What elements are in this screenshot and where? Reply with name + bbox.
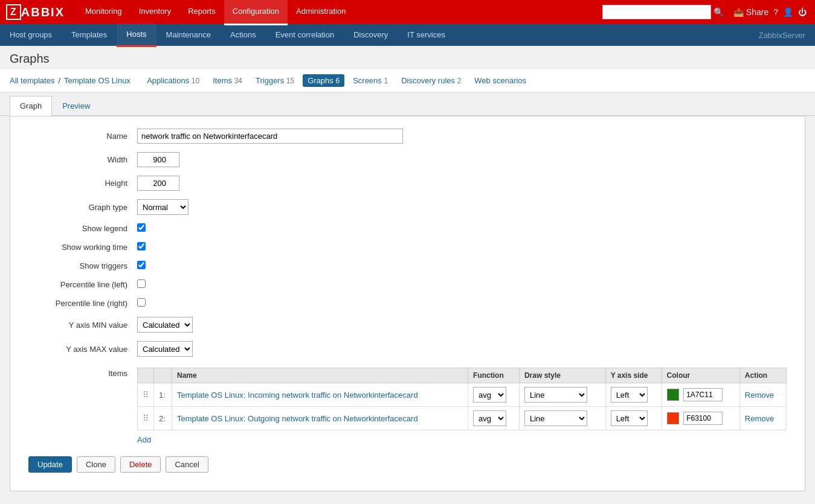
y-axis-max-select[interactable]: Calculated Fixed Item bbox=[137, 341, 193, 357]
nav-host-groups[interactable]: Host groups bbox=[0, 24, 62, 46]
drag-handle-cell: ⠿ bbox=[138, 407, 154, 430]
y-axis-min-select[interactable]: Calculated Fixed Item bbox=[137, 317, 193, 333]
nav-actions[interactable]: Actions bbox=[221, 24, 266, 46]
nav-event-correlation[interactable]: Event correlation bbox=[266, 24, 344, 46]
tab-graph[interactable]: Graph bbox=[10, 96, 52, 116]
breadcrumb-tab-applications[interactable]: Applications 10 bbox=[142, 74, 204, 87]
draw-style-select[interactable]: Line Filled region Bold line Dot Dashed … bbox=[524, 410, 587, 426]
help-button[interactable]: ? bbox=[771, 7, 781, 17]
col-colour-header: Colour bbox=[662, 368, 739, 383]
row-num: 1: bbox=[154, 383, 172, 407]
height-input[interactable] bbox=[137, 176, 179, 191]
clone-button[interactable]: Clone bbox=[77, 456, 115, 473]
nav-reports[interactable]: Reports bbox=[179, 0, 224, 25]
top-navigation: Z ABBIX Monitoring Inventory Reports Con… bbox=[0, 0, 815, 24]
nav-monitoring[interactable]: Monitoring bbox=[77, 0, 130, 25]
nav-it-services[interactable]: IT services bbox=[398, 24, 455, 46]
page-title: Graphs bbox=[0, 46, 815, 69]
breadcrumb-all-templates[interactable]: All templates bbox=[10, 76, 54, 85]
drag-handle-cell: ⠿ bbox=[138, 383, 154, 407]
search-button[interactable]: 🔍 bbox=[711, 7, 726, 17]
form-row-percentile-left: Percentile line (left) bbox=[28, 279, 787, 290]
label-width: Width bbox=[28, 155, 137, 164]
function-select[interactable]: avg min max last bbox=[473, 387, 506, 403]
cancel-button[interactable]: Cancel bbox=[166, 456, 208, 473]
logo-abbix: ABBIX bbox=[21, 5, 65, 19]
logo[interactable]: Z ABBIX bbox=[6, 4, 65, 20]
form-row-show-legend: Show legend bbox=[28, 223, 787, 234]
show-legend-checkbox[interactable] bbox=[137, 223, 146, 232]
form-row-show-triggers: Show triggers bbox=[28, 261, 787, 271]
draw-style-select[interactable]: Line Filled region Bold line Dot Dashed … bbox=[524, 387, 587, 403]
breadcrumb-tab-graphs[interactable]: Graphs 6 bbox=[303, 74, 344, 87]
label-height: Height bbox=[28, 179, 137, 188]
form-container: Name Width Height Graph type Normal Stac… bbox=[10, 116, 805, 491]
col-num bbox=[154, 368, 172, 383]
color-input[interactable] bbox=[683, 412, 723, 425]
col-draw-style-header: Draw style bbox=[519, 368, 605, 383]
drag-handle[interactable]: ⠿ bbox=[143, 390, 149, 400]
drag-handle[interactable]: ⠿ bbox=[143, 413, 149, 423]
nav-inventory[interactable]: Inventory bbox=[130, 0, 179, 25]
graph-type-select[interactable]: Normal Stacked Pie Exploded bbox=[137, 199, 188, 215]
row-name: Template OS Linux: Incoming network traf… bbox=[172, 383, 468, 407]
width-input[interactable] bbox=[137, 152, 179, 167]
breadcrumb-tab-triggers[interactable]: Triggers 15 bbox=[251, 74, 299, 87]
nav-administration[interactable]: Administration bbox=[288, 0, 354, 25]
label-graph-type: Graph type bbox=[28, 203, 137, 212]
items-table: Name Function Draw style Y axis side Col… bbox=[137, 368, 787, 430]
y-axis-min-wrapper: Calculated Fixed Item bbox=[137, 317, 193, 333]
item-name-link[interactable]: Template OS Linux: Outgoing network traf… bbox=[177, 414, 418, 423]
delete-button[interactable]: Delete bbox=[120, 456, 161, 473]
function-select[interactable]: avg min max last bbox=[473, 410, 506, 426]
search-area: 🔍 📤 Share ? 👤 ⏻ bbox=[602, 5, 809, 19]
label-percentile-left: Percentile line (left) bbox=[28, 280, 137, 289]
user-button[interactable]: 👤 bbox=[781, 7, 796, 17]
name-input[interactable] bbox=[137, 129, 403, 144]
nav-configuration[interactable]: Configuration bbox=[224, 0, 288, 25]
power-button[interactable]: ⏻ bbox=[796, 7, 809, 17]
show-triggers-checkbox[interactable] bbox=[137, 261, 146, 269]
show-triggers-wrapper bbox=[137, 261, 146, 271]
y-axis-side-select[interactable]: Left Right bbox=[611, 410, 648, 426]
nav-maintenance[interactable]: Maintenance bbox=[156, 24, 221, 46]
form-row-y-axis-min: Y axis MIN value Calculated Fixed Item bbox=[28, 317, 787, 333]
nav-templates[interactable]: Templates bbox=[62, 24, 117, 46]
item-name-link[interactable]: Template OS Linux: Incoming network traf… bbox=[177, 391, 418, 400]
breadcrumb-tab-screens[interactable]: Screens 1 bbox=[348, 74, 393, 87]
breadcrumb-tab-web-scenarios[interactable]: Web scenarios bbox=[469, 74, 531, 87]
row-draw-style: Line Filled region Bold line Dot Dashed … bbox=[519, 383, 605, 407]
color-input[interactable] bbox=[683, 388, 723, 401]
label-y-axis-min: Y axis MIN value bbox=[28, 321, 137, 330]
nav-hosts[interactable]: Hosts bbox=[117, 24, 156, 47]
form-row-graph-type: Graph type Normal Stacked Pie Exploded bbox=[28, 199, 787, 215]
row-function: avg min max last bbox=[468, 407, 520, 430]
row-action: Remove bbox=[739, 383, 786, 407]
percentile-left-checkbox[interactable] bbox=[137, 279, 146, 288]
height-field-wrapper bbox=[137, 176, 179, 191]
percentile-left-wrapper bbox=[137, 279, 146, 290]
nav-discovery[interactable]: Discovery bbox=[344, 24, 398, 46]
remove-link[interactable]: Remove bbox=[745, 391, 774, 400]
breadcrumb-tab-items[interactable]: Items 34 bbox=[208, 74, 247, 87]
update-button[interactable]: Update bbox=[28, 456, 72, 473]
label-show-legend: Show legend bbox=[28, 224, 137, 233]
form-row-height: Height bbox=[28, 176, 787, 191]
row-y-axis-side: Left Right bbox=[605, 383, 662, 407]
breadcrumb-template[interactable]: Template OS Linux bbox=[64, 76, 130, 85]
percentile-right-checkbox[interactable] bbox=[137, 298, 146, 307]
show-working-time-checkbox[interactable] bbox=[137, 242, 146, 250]
share-button[interactable]: 📤 Share bbox=[731, 7, 771, 17]
tab-preview[interactable]: Preview bbox=[52, 96, 100, 116]
remove-link[interactable]: Remove bbox=[745, 414, 774, 423]
color-swatch bbox=[667, 389, 679, 401]
y-axis-side-select[interactable]: Left Right bbox=[611, 387, 648, 403]
row-colour bbox=[662, 383, 739, 407]
breadcrumb-tab-discovery-rules[interactable]: Discovery rules 2 bbox=[396, 74, 466, 87]
table-row: ⠿ 2: Template OS Linux: Outgoing network… bbox=[138, 407, 787, 430]
form-row-items: Items Name Function Draw style Y axis si… bbox=[28, 365, 787, 444]
search-input[interactable] bbox=[602, 5, 711, 19]
row-function: avg min max last bbox=[468, 383, 520, 407]
add-item-link[interactable]: Add bbox=[137, 435, 151, 444]
row-y-axis-side: Left Right bbox=[605, 407, 662, 430]
